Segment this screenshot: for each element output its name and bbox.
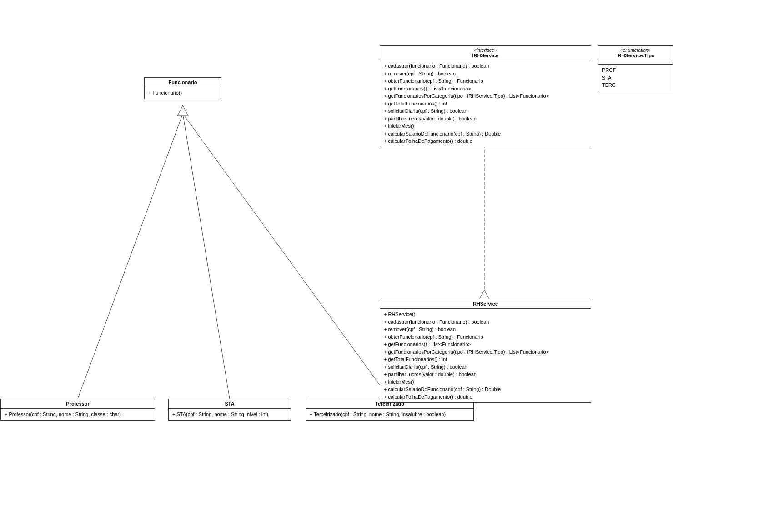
professor-constructor: + Professor(cpf : String, nome : String,… xyxy=(5,411,151,418)
irhservice-method-7: + solicitarDiaria(cpf : String) : boolea… xyxy=(384,107,587,115)
sta-header: STA xyxy=(169,399,291,409)
rhservice-method-5: + getFuncionariosPorCategoria(tipo : IRH… xyxy=(384,348,587,356)
terceirizado-methods: + Terceirizado(cpf : String, nome : Stri… xyxy=(306,409,473,420)
irhservice-method-8: + partilharLucros(valor : double) : bool… xyxy=(384,115,587,123)
irhservice-name: IRHService xyxy=(384,53,587,58)
professor-header: Professor xyxy=(1,399,155,409)
rhservice-method-6: + getTotalFuncionarios() : int xyxy=(384,356,587,363)
rhservice-method-9: + iniciarMes() xyxy=(384,378,587,386)
rhservice-name: RHService xyxy=(384,301,587,306)
funcionario-name: Funcionario xyxy=(148,80,217,85)
sta-methods: + STA(cpf : String, nome : String, nivel… xyxy=(169,409,291,420)
funcionario-header: Funcionario xyxy=(145,78,221,87)
irhservice-stereotype: «interface» xyxy=(384,48,587,53)
rhservice-method-0: + RHService() xyxy=(384,311,587,318)
irhservice-tipo-stereotype: «enumeration» xyxy=(602,48,669,53)
irhservice-method-5: + getFuncionariosPorCategoria(tipo : IRH… xyxy=(384,92,587,100)
irhservice-method-9: + iniciarMes() xyxy=(384,122,587,130)
irhservice-tipo-name: IRHService.Tipo xyxy=(602,53,669,58)
irhservice-tipo-header: «enumeration» IRHService.Tipo xyxy=(598,46,673,60)
irhservice-tipo-values: PROF STA TERC xyxy=(598,65,673,91)
rhservice-method-7: + solicitarDiaria(cpf : String) : boolea… xyxy=(384,363,587,371)
sta-name: STA xyxy=(172,401,287,407)
uml-diagram: Funcionario + Funcionario() Professor + … xyxy=(0,0,758,532)
rhservice-methods: + RHService() + cadastrar(funcionario : … xyxy=(380,309,591,402)
funcionario-constructor: + Funcionario() xyxy=(148,89,217,97)
irhservice-tipo-prof: PROF xyxy=(602,66,669,74)
irhservice-tipo-terc: TERC xyxy=(602,81,669,89)
rhservice-class: RHService + RHService() + cadastrar(func… xyxy=(380,299,591,403)
irhservice-method-10: + calcularSalarioDoFuncionario(cpf : Str… xyxy=(384,130,587,138)
irhservice-methods: + cadastrar(funcionario : Funcionario) :… xyxy=(380,60,591,147)
irhservice-method-3: + obterFuncionario(cpf : String) : Funci… xyxy=(384,77,587,85)
irhservice-method-1: + cadastrar(funcionario : Funcionario) :… xyxy=(384,62,587,70)
sta-class: STA + STA(cpf : String, nome : String, n… xyxy=(168,399,291,421)
professor-name: Professor xyxy=(5,401,151,407)
irhservice-tipo-separator xyxy=(598,60,673,65)
professor-class: Professor + Professor(cpf : String, nome… xyxy=(0,399,155,421)
funcionario-methods: + Funcionario() xyxy=(145,87,221,99)
rhservice-method-3: + obterFuncionario(cpf : String) : Funci… xyxy=(384,333,587,341)
rhservice-method-11: + calcularFolhaDePagamento() : double xyxy=(384,393,587,401)
rhservice-method-1: + cadastrar(funcionario : Funcionario) :… xyxy=(384,318,587,326)
svg-marker-3 xyxy=(177,105,188,116)
rhservice-header: RHService xyxy=(380,299,591,309)
irhservice-header: «interface» IRHService xyxy=(380,46,591,60)
irhservice-tipo-class: «enumeration» IRHService.Tipo PROF STA T… xyxy=(598,45,673,91)
professor-methods: + Professor(cpf : String, nome : String,… xyxy=(1,409,155,420)
irhservice-method-4: + getFuncionarios() : List<Funcionario> xyxy=(384,85,587,93)
irhservice-tipo-sta: STA xyxy=(602,74,669,82)
irhservice-method-2: + remover(cpf : String) : boolean xyxy=(384,70,587,78)
rhservice-method-8: + partilharLucros(valor : double) : bool… xyxy=(384,371,587,378)
sta-constructor: + STA(cpf : String, nome : String, nivel… xyxy=(172,411,287,418)
svg-line-0 xyxy=(78,114,183,399)
svg-line-1 xyxy=(183,114,230,399)
svg-line-2 xyxy=(183,114,390,399)
funcionario-class: Funcionario + Funcionario() xyxy=(144,77,221,99)
rhservice-method-4: + getFuncionarios() : List<Funcionario> xyxy=(384,341,587,348)
irhservice-method-11: + calcularFolhaDePagamento() : double xyxy=(384,137,587,145)
rhservice-method-10: + calcularSalarioDoFuncionario(cpf : Str… xyxy=(384,386,587,393)
irhservice-class: «interface» IRHService + cadastrar(funci… xyxy=(380,45,591,147)
rhservice-method-2: + remover(cpf : String) : boolean xyxy=(384,326,587,333)
terceirizado-constructor: + Terceirizado(cpf : String, nome : Stri… xyxy=(310,411,470,418)
irhservice-method-6: + getTotalFuncionarios() : int xyxy=(384,100,587,108)
